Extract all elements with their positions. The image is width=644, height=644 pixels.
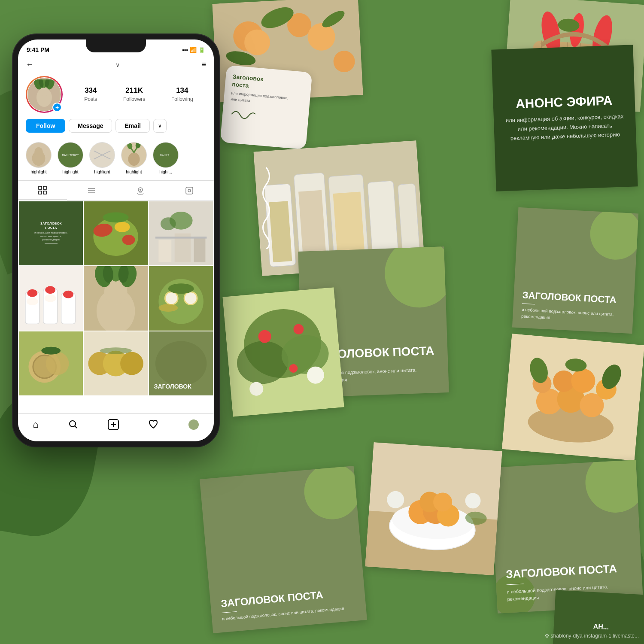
- svg-point-35: [115, 222, 130, 232]
- post-overlay-title-9: ЗАГОЛОВОК: [154, 383, 208, 390]
- email-button[interactable]: Email: [115, 119, 149, 133]
- svg-point-52: [63, 291, 73, 298]
- followers-label: Followers: [123, 96, 145, 102]
- svg-rect-40: [158, 240, 171, 262]
- profile-section: + 334 Posts 211K Followers 134 Following: [18, 73, 214, 119]
- anons-sub: или информация об акции, конкурсе, скидк…: [504, 112, 626, 143]
- add-story-button[interactable]: +: [52, 103, 62, 112]
- likes-nav-button[interactable]: [148, 419, 158, 433]
- post-cell-5[interactable]: [84, 266, 148, 330]
- highlight-item-4[interactable]: highlight: [121, 142, 147, 174]
- svg-rect-48: [43, 289, 58, 324]
- svg-point-38: [103, 212, 129, 222]
- post-image-7: [19, 331, 83, 395]
- post-overlay-9: ЗАГОЛОВОК: [149, 378, 213, 395]
- post-image-6: [149, 266, 213, 330]
- tab-grid[interactable]: [18, 181, 67, 200]
- highlights-row: highlight ВАШ ТЕКСТ highlight: [18, 139, 214, 180]
- post-cell-4[interactable]: [19, 266, 83, 330]
- tab-location[interactable]: [116, 181, 165, 200]
- svg-point-65: [165, 292, 178, 305]
- phone-mockup: 9:41 PM ▪▪▪ 📶 🔋 ← ∨ ≡: [13, 34, 219, 447]
- grid-icon: [38, 186, 47, 194]
- svg-rect-30: [186, 187, 193, 194]
- highlight-label-4: highlight: [126, 170, 142, 174]
- status-icons: ▪▪▪ 📶 🔋: [182, 47, 205, 53]
- quote-text: Заголовокпоста: [232, 73, 305, 94]
- highlight-label-2: highlight: [62, 170, 78, 174]
- highlight-item-1[interactable]: highlight: [26, 142, 52, 174]
- signal-icon: ▪▪▪: [182, 47, 188, 53]
- battery-icon: 🔋: [198, 47, 205, 53]
- tagged-icon: [185, 186, 194, 195]
- post-cell-3[interactable]: [149, 201, 213, 265]
- heart-icon: [148, 419, 158, 429]
- post-title-1: ЗАГОЛОВОКПОСТА: [40, 222, 62, 231]
- post-cell-7[interactable]: [19, 331, 83, 395]
- post-divider-1: [45, 243, 58, 244]
- deco-circle-4: [584, 460, 644, 514]
- card-quote: Заголовокпоста или информация подзаголов…: [220, 65, 313, 150]
- highlight-item-2[interactable]: ВАШ ТЕКСТ highlight: [58, 142, 83, 174]
- highlight-item-5[interactable]: ВАШ Т... highl...: [153, 142, 179, 174]
- post-image-4: [19, 266, 83, 330]
- collage-area: АНОНС ЭФИРА или информация об акции, кон…: [215, 0, 644, 644]
- followers-stat[interactable]: 211K Followers: [123, 86, 145, 103]
- card-mid-peaches: [502, 334, 644, 461]
- post-image-8: [84, 331, 148, 395]
- svg-point-77: [120, 352, 143, 375]
- status-time: 9:41 PM: [27, 46, 49, 53]
- svg-point-72: [46, 352, 69, 375]
- home-nav-button[interactable]: ⌂: [33, 419, 38, 433]
- anons-title: АНОНС ЭФИРА: [515, 93, 612, 111]
- svg-point-81: [70, 421, 76, 427]
- following-stat[interactable]: 134 Following: [171, 86, 193, 103]
- posts-count: 334: [84, 86, 97, 95]
- back-button[interactable]: ←: [26, 60, 33, 69]
- svg-point-10: [34, 147, 43, 156]
- highlight-circle-5: ВАШ Т...: [153, 142, 179, 168]
- card-bowl-apricots: [365, 442, 502, 575]
- followers-count: 211K: [123, 86, 145, 95]
- follow-button[interactable]: Follow: [26, 119, 65, 133]
- highlight-text-2: ВАШ ТЕКСТ: [60, 152, 81, 158]
- highlight-item-3[interactable]: highlight: [89, 142, 115, 174]
- following-count: 134: [171, 86, 193, 95]
- highlight-label-3: highlight: [94, 170, 110, 174]
- post-image-5: [84, 266, 148, 330]
- highlight-image-3: [90, 142, 115, 168]
- list-icon: [87, 186, 96, 195]
- username-chevron[interactable]: ∨: [115, 61, 120, 68]
- post-cell-8[interactable]: [84, 331, 148, 395]
- post-cell-9[interactable]: ЗАГОЛОВОК: [149, 331, 213, 395]
- post-cell-2[interactable]: [84, 201, 148, 265]
- svg-rect-43: [155, 237, 207, 238]
- svg-rect-114: [333, 191, 365, 258]
- more-button[interactable]: ∨: [153, 119, 167, 133]
- create-nav-button[interactable]: [108, 419, 119, 433]
- card-bottom-left: ЗАГОЛОВОК ПОСТА и небольшой подзаголовок…: [200, 466, 367, 633]
- svg-line-82: [75, 426, 77, 428]
- search-icon: [68, 419, 78, 429]
- svg-point-78: [100, 347, 132, 354]
- svg-point-86: [188, 419, 199, 430]
- menu-button[interactable]: ≡: [201, 60, 206, 69]
- post-image-2: [84, 201, 148, 265]
- highlight-image-4: [122, 142, 146, 168]
- following-label: Following: [171, 96, 193, 102]
- post-cell-6[interactable]: [149, 266, 213, 330]
- tab-tagged[interactable]: [165, 181, 214, 200]
- post-cell-1[interactable]: ЗАГОЛОВОКПОСТА и небольшой подзаголовок,…: [19, 201, 83, 265]
- svg-rect-116: [298, 190, 326, 260]
- tab-list[interactable]: [67, 181, 116, 200]
- partial-card-text: АН...: [593, 623, 609, 631]
- phone-outer: 9:41 PM ▪▪▪ 📶 🔋 ← ∨ ≡: [13, 34, 219, 447]
- svg-point-28: [140, 189, 141, 191]
- card-mid-greens: [222, 287, 344, 417]
- message-button[interactable]: Message: [69, 119, 112, 133]
- phone-screen: 9:41 PM ▪▪▪ 📶 🔋 ← ∨ ≡: [18, 39, 214, 441]
- profile-nav-button[interactable]: [188, 419, 199, 433]
- search-nav-button[interactable]: [68, 419, 78, 433]
- svg-point-66: [184, 292, 197, 305]
- post-image-3: [149, 201, 213, 265]
